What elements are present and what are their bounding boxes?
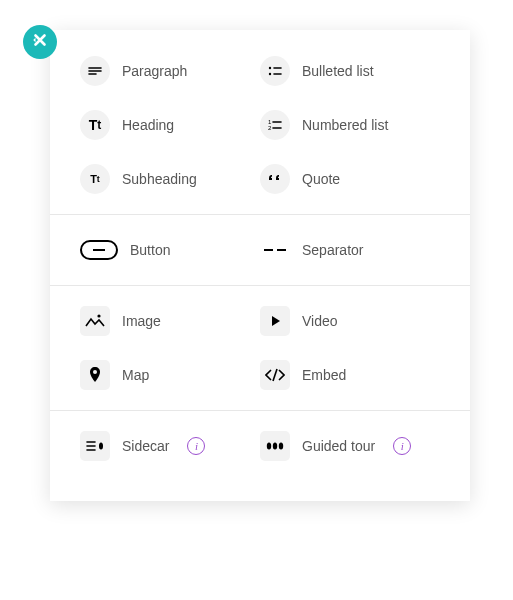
close-icon: [31, 31, 49, 53]
item-subheading[interactable]: Tt Subheading: [80, 152, 260, 206]
svg-text:2: 2: [268, 125, 272, 131]
guided-tour-icon: [260, 431, 290, 461]
svg-point-14: [279, 443, 283, 450]
item-map[interactable]: Map: [80, 348, 260, 402]
item-embed[interactable]: Embed: [260, 348, 440, 402]
svg-point-11: [99, 443, 103, 450]
item-label: Separator: [302, 242, 363, 258]
button-icon: [80, 240, 118, 260]
item-button[interactable]: Button: [80, 223, 260, 277]
separator-icon: [260, 235, 290, 265]
item-label: Numbered list: [302, 117, 388, 133]
item-paragraph[interactable]: Paragraph: [80, 44, 260, 98]
item-label: Image: [122, 313, 161, 329]
item-bulleted-list[interactable]: Bulleted list: [260, 44, 440, 98]
quote-icon: [260, 164, 290, 194]
map-icon: [80, 360, 110, 390]
item-label: Map: [122, 367, 149, 383]
item-label: Heading: [122, 117, 174, 133]
svg-point-1: [269, 73, 271, 75]
item-label: Sidecar: [122, 438, 169, 454]
group-layout: Button Separator: [50, 214, 470, 285]
item-video[interactable]: Video: [260, 294, 440, 348]
block-picker-panel: Paragraph Bulleted list Tt Heading 12 Nu…: [50, 30, 470, 501]
group-media: Image Video Map Embed: [50, 285, 470, 410]
svg-marker-8: [272, 316, 280, 326]
close-button[interactable]: [23, 25, 57, 59]
item-label: Subheading: [122, 171, 197, 187]
item-heading[interactable]: Tt Heading: [80, 98, 260, 152]
item-label: Bulleted list: [302, 63, 374, 79]
item-sidecar[interactable]: Sidecar i: [80, 419, 260, 473]
svg-point-13: [273, 443, 277, 450]
group-special: Sidecar i Guided tour i: [50, 410, 470, 481]
item-label: Paragraph: [122, 63, 187, 79]
svg-line-10: [273, 369, 277, 381]
numbered-list-icon: 12: [260, 110, 290, 140]
group-text: Paragraph Bulleted list Tt Heading 12 Nu…: [50, 36, 470, 214]
subheading-icon: Tt: [80, 164, 110, 194]
image-icon: [80, 306, 110, 336]
item-label: Guided tour: [302, 438, 375, 454]
sidecar-icon: [80, 431, 110, 461]
item-label: Embed: [302, 367, 346, 383]
item-label: Button: [130, 242, 170, 258]
item-image[interactable]: Image: [80, 294, 260, 348]
item-guided-tour[interactable]: Guided tour i: [260, 419, 440, 473]
item-quote[interactable]: Quote: [260, 152, 440, 206]
info-icon[interactable]: i: [393, 437, 411, 455]
bulleted-list-icon: [260, 56, 290, 86]
paragraph-icon: [80, 56, 110, 86]
item-separator[interactable]: Separator: [260, 223, 440, 277]
svg-point-9: [93, 370, 97, 374]
svg-point-0: [269, 67, 271, 69]
heading-icon: Tt: [80, 110, 110, 140]
embed-icon: [260, 360, 290, 390]
svg-point-12: [267, 443, 271, 450]
item-numbered-list[interactable]: 12 Numbered list: [260, 98, 440, 152]
info-icon[interactable]: i: [187, 437, 205, 455]
video-icon: [260, 306, 290, 336]
item-label: Quote: [302, 171, 340, 187]
item-label: Video: [302, 313, 338, 329]
svg-point-7: [97, 314, 100, 317]
